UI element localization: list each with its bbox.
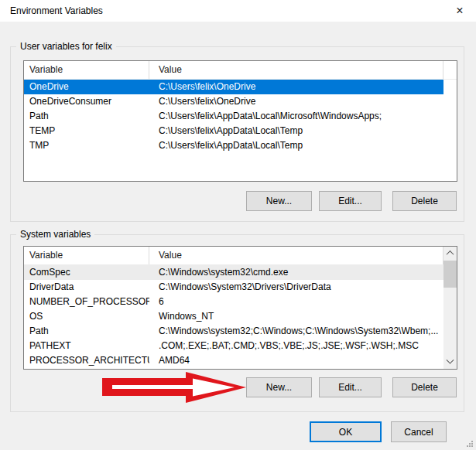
table-row[interactable]: PathC:\Users\felix\AppData\Local\Microso… (24, 109, 443, 124)
table-row[interactable]: OSWindows_NT (24, 309, 443, 324)
table-row[interactable]: OneDriveC:\Users\felix\OneDrive (24, 80, 443, 94)
user-delete-button[interactable]: Delete (392, 191, 457, 211)
value-cell: 6 (149, 295, 443, 309)
vertical-scrollbar[interactable] (443, 247, 457, 369)
table-row[interactable]: NUMBER_OF_PROCESSORS6 (24, 295, 443, 309)
table-row[interactable]: TMPC:\Users\felix\AppData\Local\Temp (24, 138, 443, 153)
variable-cell: PROCESSOR_ARCHITECTURE (24, 353, 149, 368)
cancel-button[interactable]: Cancel (391, 421, 447, 442)
variable-cell: OneDriveConsumer (24, 94, 149, 109)
system-variables-label: System variables (16, 229, 94, 240)
variable-cell: ComSpec (24, 265, 149, 280)
variable-cell: DriverData (24, 280, 149, 295)
user-edit-button[interactable]: Edit... (319, 191, 382, 211)
window-title: Environment Variables (10, 0, 103, 22)
variable-cell: TEMP (24, 124, 149, 138)
table-row[interactable]: ComSpecC:\Windows\system32\cmd.exe (24, 265, 443, 280)
value-cell: C:\Users\felix\AppData\Local\Temp (149, 138, 443, 153)
value-cell: C:\Users\felix\AppData\Local\Temp (149, 124, 443, 138)
value-cell: C:\Users\felix\OneDrive (149, 94, 443, 109)
environment-variables-dialog: Environment Variables × User variables f… (0, 0, 476, 450)
close-button[interactable]: × (443, 0, 476, 22)
variable-cell: OS (24, 309, 149, 324)
value-cell: C:\Users\felix\OneDrive (149, 80, 443, 94)
column-header-variable[interactable]: Variable (24, 247, 149, 264)
column-header-value[interactable]: Value (149, 247, 443, 264)
value-cell: .COM;.EXE;.BAT;.CMD;.VBS;.VBE;.JS;.JSE;.… (149, 339, 443, 353)
user-new-button[interactable]: New... (246, 191, 312, 211)
user-list-header: Variable Value (24, 61, 457, 80)
system-delete-button[interactable]: Delete (392, 377, 457, 397)
system-new-button[interactable]: New... (246, 377, 312, 397)
close-icon: × (456, 5, 463, 17)
variable-cell: TMP (24, 138, 149, 153)
value-cell: Windows_NT (149, 309, 443, 324)
column-header-variable[interactable]: Variable (24, 61, 149, 79)
variable-cell: PATHEXT (24, 339, 149, 353)
user-variables-list[interactable]: Variable Value OneDriveC:\Users\felix\On… (23, 60, 457, 182)
table-row[interactable]: PathC:\Windows\system32;C:\Windows;C:\Wi… (24, 324, 443, 339)
system-edit-button[interactable]: Edit... (319, 377, 382, 397)
user-variables-label: User variables for felix (16, 41, 116, 52)
table-row[interactable]: TEMPC:\Users\felix\AppData\Local\Temp (24, 124, 443, 138)
variable-cell: OneDrive (24, 80, 149, 94)
column-header-value[interactable]: Value (149, 61, 443, 79)
value-cell: C:\Windows\system32;C:\Windows;C:\Window… (149, 324, 443, 339)
chevron-down-icon (447, 356, 454, 364)
resize-grip[interactable] (471, 441, 473, 442)
variable-cell: Path (24, 324, 149, 339)
scrollbar-thumb[interactable] (443, 261, 457, 288)
title-bar: Environment Variables × (0, 0, 476, 22)
value-cell: C:\Users\felix\AppData\Local\Microsoft\W… (149, 109, 443, 124)
table-row[interactable]: OneDriveConsumerC:\Users\felix\OneDrive (24, 94, 443, 109)
value-cell: C:\Windows\System32\Drivers\DriverData (149, 280, 443, 295)
ok-button[interactable]: OK (310, 421, 382, 442)
system-variables-list[interactable]: Variable Value ComSpecC:\Windows\system3… (23, 246, 457, 370)
value-cell: AMD64 (149, 353, 443, 368)
value-cell: C:\Windows\system32\cmd.exe (149, 265, 443, 280)
chevron-up-icon (447, 251, 454, 258)
table-row[interactable]: PATHEXT.COM;.EXE;.BAT;.CMD;.VBS;.VBE;.JS… (24, 339, 443, 353)
system-list-header: Variable Value (24, 247, 443, 265)
table-row[interactable]: DriverDataC:\Windows\System32\Drivers\Dr… (24, 280, 443, 295)
scroll-up-button[interactable] (443, 247, 457, 260)
variable-cell: Path (24, 109, 149, 124)
scroll-down-button[interactable] (443, 356, 457, 369)
variable-cell: NUMBER_OF_PROCESSORS (24, 295, 149, 309)
table-row[interactable]: PROCESSOR_ARCHITECTUREAMD64 (24, 353, 443, 368)
